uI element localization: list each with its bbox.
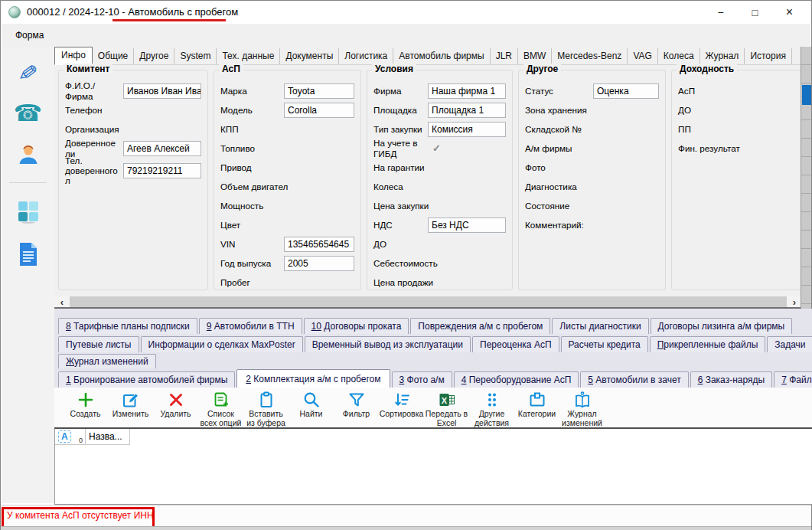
scroll-left-icon[interactable]: ‹ <box>54 296 70 307</box>
form-field-row: Состояние <box>525 196 659 215</box>
top-tab[interactable]: Автомобиль фирмы <box>393 48 490 64</box>
top-tab[interactable]: Другое <box>134 48 174 64</box>
toolbar-button[interactable]: XПередать в Excel <box>425 391 468 428</box>
form-field-row: Объем двигател <box>220 177 354 196</box>
toolbar-button[interactable]: Категории <box>515 391 559 419</box>
field-label: Пробег <box>220 277 354 287</box>
group-title: Доходность <box>677 64 737 74</box>
bottom-tab[interactable]: Листы диагностики <box>552 318 648 334</box>
bottom-tab[interactable]: Журнал изменений <box>58 354 156 368</box>
toolbar-button[interactable]: Изменить <box>109 391 152 419</box>
toolbar-button[interactable]: Список всех опций <box>199 391 243 428</box>
bottom-tab[interactable]: 10 Договоры проката <box>304 318 409 334</box>
field-input[interactable]: Комиссия <box>428 122 506 137</box>
scroll-right-icon[interactable]: › <box>787 296 802 307</box>
toolbar-button[interactable]: Удалить <box>154 391 197 419</box>
field-input[interactable]: 2005 <box>284 256 354 271</box>
field-label: Телефон <box>65 105 201 115</box>
name-column-header[interactable]: Назва... <box>86 429 130 445</box>
status-bar: У комитента АсП отсутствует ИНН <box>1 505 811 527</box>
top-tab[interactable]: Общие <box>93 48 134 64</box>
group-box: ДоходностьАсПДОППФин. результат <box>671 70 801 290</box>
bottom-tab[interactable]: 6 Заказ-наряды <box>690 371 772 388</box>
bottom-tab-row2: Путевые листыИнформации о сделках MaxPos… <box>58 334 812 352</box>
client-button[interactable] <box>2 140 54 172</box>
field-input[interactable]: Toyota <box>284 83 354 99</box>
bottom-tab[interactable]: 7 Файлы договора <box>774 371 812 388</box>
modules-button[interactable] <box>2 197 54 229</box>
select-column-header[interactable]: A 0 <box>55 429 86 445</box>
top-tab[interactable]: Инфо <box>54 47 93 65</box>
bottom-tab[interactable]: 2 Комплектация а/м с пробегом <box>236 369 390 388</box>
field-input[interactable]: Агеев Алексей <box>123 141 201 156</box>
top-tab[interactable]: JLR <box>491 48 518 64</box>
pen-button[interactable]: ✎ <box>2 57 54 89</box>
toolbar-button[interactable]: Журнал изменений <box>560 391 604 428</box>
top-tab[interactable]: Колеса <box>658 48 700 64</box>
bottom-tab[interactable]: 8 Тарифные планы подписки <box>58 318 197 334</box>
field-input[interactable]: 79219219211 <box>123 163 201 178</box>
form-field-row: VIN135465654645 <box>220 234 354 254</box>
field-input[interactable]: Площадка 1 <box>428 103 506 118</box>
form-field-row: Тип закупкиКомиссия <box>373 119 506 139</box>
top-tab[interactable]: BMW <box>518 48 552 64</box>
group-box: УсловияФирмаНаша фирма 1ПлощадкаПлощадка… <box>367 70 513 290</box>
svg-text:X: X <box>441 396 447 405</box>
documents-button[interactable] <box>2 240 54 272</box>
tab-hotkey: 8 <box>66 321 71 332</box>
field-input[interactable]: Наша фирма 1 <box>428 83 506 99</box>
bottom-tab[interactable]: 4 Переоборудование АсП <box>454 371 579 388</box>
field-input[interactable]: Corolla <box>284 103 354 118</box>
bottom-tab[interactable]: Информации о сделках MaxPoster <box>141 336 303 352</box>
form-field-row: На гарантии <box>373 158 506 177</box>
toolbar-button[interactable]: Другие действия <box>470 391 514 428</box>
menu-item-form[interactable]: Форма <box>11 29 48 41</box>
dock-strip-selection[interactable] <box>802 85 811 105</box>
maximize-button[interactable]: □ <box>738 1 772 24</box>
checkbox-checked-icon[interactable]: ✓ <box>426 142 506 154</box>
bottom-tab[interactable]: 9 Автомобили в ТТН <box>199 318 302 334</box>
bottom-tab[interactable]: Временный вывод из эксплуатации <box>305 336 471 352</box>
field-input[interactable]: Без НДС <box>428 218 506 233</box>
phone-button[interactable]: ☎ <box>2 97 54 129</box>
bottom-tab[interactable]: 1 Бронирование автомобилей фирмы <box>58 371 235 388</box>
field-label: Ф.И.О./Фирма <box>65 80 123 100</box>
toolbar-button[interactable]: Создать <box>64 391 107 419</box>
field-input[interactable]: Оценка <box>593 83 659 99</box>
close-button[interactable]: × <box>772 1 807 24</box>
bottom-tab[interactable]: 3 Фото а/м <box>392 371 452 388</box>
bottom-tab[interactable]: Задачи <box>767 336 812 352</box>
bottom-tab[interactable]: Повреждения а/м с пробегом <box>410 318 550 334</box>
tab-hotkey: 7 <box>781 375 787 385</box>
top-tab[interactable]: Журнал <box>700 48 745 64</box>
bottom-tab[interactable]: Расчеты кредита <box>561 336 648 352</box>
form-field-row: Фото <box>525 158 659 177</box>
top-tab[interactable]: Тех. данные <box>217 48 280 64</box>
top-tab[interactable]: Документы <box>280 48 339 64</box>
top-tab[interactable]: Логистика <box>339 48 393 64</box>
bottom-tab[interactable]: Путевые листы <box>58 336 139 352</box>
field-label: Статус <box>525 86 593 96</box>
top-tab[interactable]: VAG <box>628 48 657 64</box>
field-label: Складской № <box>525 124 659 134</box>
right-dock-strip[interactable] <box>801 47 811 309</box>
toolbar-button[interactable]: Фильтр <box>334 391 378 419</box>
top-tab[interactable]: История <box>745 48 792 64</box>
bottom-tab[interactable]: Договоры лизинга а/м фирмы <box>651 318 793 334</box>
toolbar-button[interactable]: Сортировка <box>380 391 423 419</box>
minimize-button[interactable]: − <box>703 1 738 24</box>
bottom-tab[interactable]: 5 Автомобили в зачет <box>580 371 688 388</box>
toolbar-button-label: Удалить <box>160 410 191 419</box>
horizontal-scrollbar[interactable]: ‹ › <box>54 296 802 309</box>
field-input[interactable]: 135465654645 <box>284 237 354 252</box>
form-field-row: ПП <box>678 119 794 139</box>
top-tab[interactable]: System <box>174 48 217 64</box>
list-options-icon <box>212 391 230 409</box>
scrollbar-thumb[interactable] <box>70 296 787 307</box>
bottom-tab[interactable]: Прикрепленные файлы <box>650 336 766 352</box>
top-tab[interactable]: Mercedes-Benz <box>552 48 628 64</box>
field-input[interactable]: Иванов Иван Ива <box>123 83 201 99</box>
bottom-tab[interactable]: Переоценка АсП <box>472 336 559 352</box>
toolbar-button[interactable]: Найти <box>289 391 333 419</box>
form-field-row: Фин. результат <box>678 139 794 158</box>
